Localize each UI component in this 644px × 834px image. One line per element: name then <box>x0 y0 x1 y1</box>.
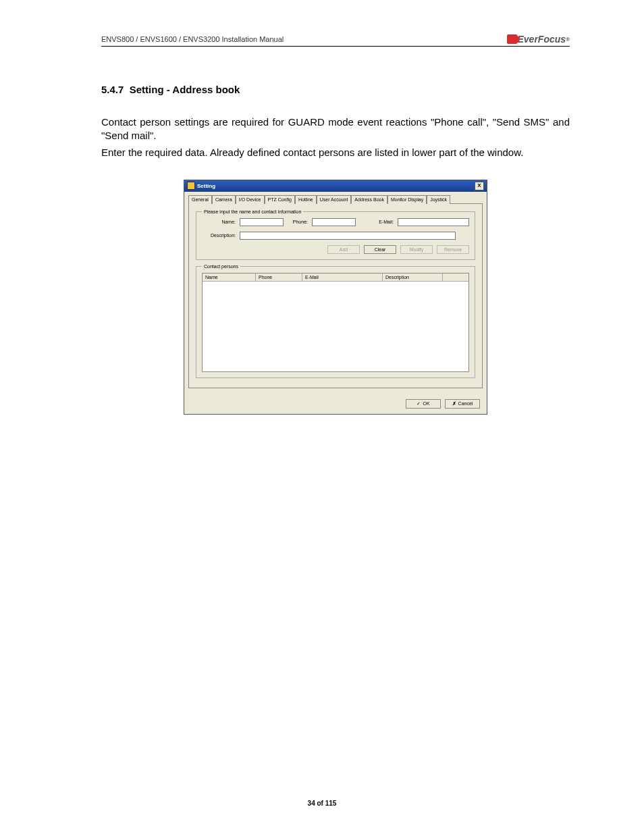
col-description[interactable]: Description <box>383 273 443 281</box>
phone-label: Phone: <box>288 219 308 224</box>
page-header: ENVS800 / ENVS1600 / ENVS3200 Installati… <box>101 34 570 47</box>
cancel-button[interactable]: ✗ Cancel <box>445 399 480 409</box>
brand-logo: EverFocus® <box>507 34 570 45</box>
paragraph-2: Enter the required data. Already defined… <box>101 146 570 159</box>
list-legend: Contact persons <box>202 264 240 269</box>
page-number: 34 of 115 <box>0 800 644 807</box>
section-heading: 5.4.7 Setting - Address book <box>101 84 570 95</box>
brand-name: EverFocus <box>518 34 566 45</box>
tab-camera[interactable]: Camera <box>212 195 236 204</box>
tab-io-device[interactable]: I/O Device <box>236 195 265 204</box>
col-phone[interactable]: Phone <box>256 273 302 281</box>
section-title: Setting - Address book <box>130 84 240 95</box>
tab-user-account[interactable]: User Account <box>317 195 352 204</box>
col-name[interactable]: Name <box>203 273 256 281</box>
name-field[interactable] <box>240 218 284 226</box>
col-spacer <box>443 273 468 281</box>
tab-joystick[interactable]: Joystick <box>427 195 450 204</box>
email-label: E-Mail: <box>360 219 394 224</box>
phone-field[interactable] <box>312 218 356 226</box>
tab-hotline[interactable]: Hotline <box>295 195 317 204</box>
description-field[interactable] <box>240 232 456 240</box>
ok-label: OK <box>423 401 429 406</box>
contact-list[interactable]: Name Phone E-Mail Description <box>202 273 469 372</box>
x-icon: ✗ <box>452 401 456 407</box>
tab-ptz-config[interactable]: PTZ Config <box>265 195 295 204</box>
tab-strip: General Camera I/O Device PTZ Config Hot… <box>184 192 487 203</box>
brand-suffix: ® <box>566 36 570 43</box>
setting-dialog: Setting X General Camera I/O Device PTZ … <box>184 180 487 415</box>
section-number: 5.4.7 <box>101 84 124 95</box>
check-icon: ✓ <box>417 401 421 407</box>
list-header: Name Phone E-Mail Description <box>203 273 468 282</box>
input-fieldset: Please input the name and contact inform… <box>196 209 475 260</box>
tab-monitor-display[interactable]: Monitor Display <box>387 195 427 204</box>
cancel-label: Cancel <box>458 401 473 406</box>
titlebar: Setting X <box>184 180 487 192</box>
logo-icon <box>507 34 516 44</box>
tab-panel: Please input the name and contact inform… <box>188 203 483 388</box>
ok-button[interactable]: ✓ OK <box>406 399 441 409</box>
dialog-footer: ✓ OK ✗ Cancel <box>184 388 487 414</box>
name-label: Name: <box>202 219 236 224</box>
tab-general[interactable]: General <box>188 195 212 204</box>
remove-button[interactable]: Remove <box>437 245 469 254</box>
doc-title: ENVS800 / ENVS1600 / ENVS3200 Installati… <box>101 35 284 43</box>
window-title: Setting <box>197 183 215 189</box>
modify-button[interactable]: Modify <box>400 245 433 254</box>
contact-list-fieldset: Contact persons Name Phone E-Mail Descri… <box>196 264 475 378</box>
paragraph-1: Contact person settings are required for… <box>101 115 570 143</box>
description-label: Description: <box>202 233 236 238</box>
clear-button[interactable]: Clear <box>364 245 396 254</box>
col-email[interactable]: E-Mail <box>302 273 383 281</box>
window-icon <box>187 182 195 190</box>
close-button[interactable]: X <box>475 182 484 190</box>
add-button[interactable]: Add <box>327 245 360 254</box>
email-field[interactable] <box>398 218 469 226</box>
fieldset-legend: Please input the name and contact inform… <box>202 209 303 214</box>
tab-address-book[interactable]: Address Book <box>351 195 387 204</box>
